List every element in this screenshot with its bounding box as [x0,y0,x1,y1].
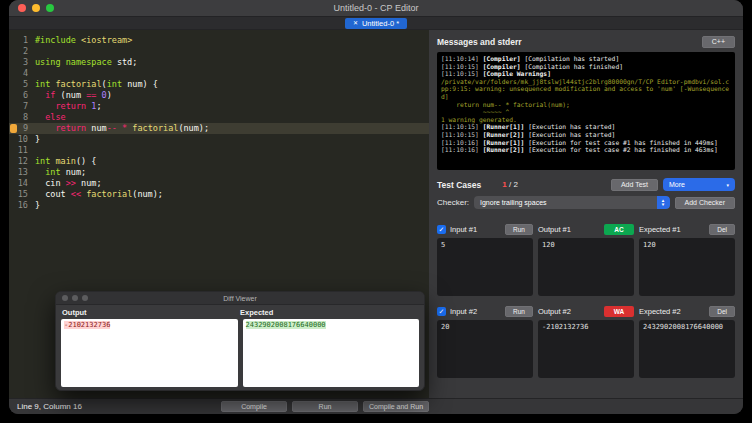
compile-and-run-button[interactable]: Compile and Run [363,401,429,412]
zoom-window-button[interactable] [46,4,54,12]
line-number: 6 [9,90,35,101]
input-2-textarea[interactable]: 20 [437,320,533,378]
testcase-2-checkbox[interactable]: ✓ [437,307,446,316]
code-line-11[interactable]: 11 [9,145,429,156]
code-line-14[interactable]: 14 cin >> num; [9,178,429,189]
diff-close-button[interactable] [62,295,68,301]
status-buttons: Compile Run Compile and Run [221,401,429,412]
add-test-button[interactable]: Add Test [611,179,658,191]
minimize-window-button[interactable] [32,4,40,12]
delete-testcase-1-button[interactable]: Del [709,224,735,235]
diff-viewer-window[interactable]: Diff Viewer Output Expected -2102132736 … [55,291,425,391]
diff-labels: Output Expected [56,305,424,319]
code-line-8[interactable]: 8 else [9,112,429,123]
total-count: 2 [513,180,517,189]
code-line-2[interactable]: 2 [9,46,429,57]
expected-1-label: Expected #1 [639,225,681,234]
input-1-label: Input #1 [450,225,477,234]
log-line: [11:10:14] [Compiler] [Compilation has s… [441,55,731,63]
code-line-10[interactable]: 10} [9,134,429,145]
code-text: using namespace std; [35,57,137,68]
code-text: cin >> num; [35,178,102,189]
status-bar: Line 9, Column 16 Compile Run Compile an… [9,398,743,414]
tab-label: Untitled-0 * [362,19,399,28]
expected-1-textarea[interactable]: 120 [639,238,735,296]
compile-button[interactable]: Compile [221,401,287,412]
run-button[interactable]: Run [292,401,358,412]
code-line-5[interactable]: 5int factorial(int num) { [9,79,429,90]
code-text: return num-- * factorial(num); [35,123,209,134]
more-label: More [669,181,685,188]
code-line-7[interactable]: 7 return 1; [9,101,429,112]
diff-viewer-titlebar[interactable]: Diff Viewer [56,292,424,305]
checker-label: Checker: [437,198,469,207]
line-number: 12 [9,156,35,167]
messages-header: Messages and stderr C++ [437,36,735,48]
line-number: 10 [9,134,35,145]
code-line-3[interactable]: 3using namespace std; [9,57,429,68]
diff-expected-value: 2432902008176640000 [246,321,326,329]
input-1-textarea[interactable]: 5 [437,238,533,296]
window-title: Untitled-0 - CP Editor [9,3,743,13]
tab-untitled-0[interactable]: ✕ Untitled-0 * [345,18,407,29]
test-cases-toolbar: Test Cases 1 / 2 Add Test More ▾ [437,178,735,191]
code-line-9[interactable]: 9 return num-- * factorial(num); [9,123,429,134]
code-text: } [35,200,40,211]
code-line-13[interactable]: 13 int num; [9,167,429,178]
right-panel: Messages and stderr C++ [11:10:14] [Comp… [429,30,743,398]
log-line: [11:10:15] [Runner[1]] [Execution has st… [441,123,731,131]
testcase-1-checkbox[interactable]: ✓ [437,225,446,234]
code-text: } [35,134,40,145]
chevron-down-icon: ▾ [726,182,729,188]
testcase-2-boxes: 20 -2102132736 2432902008176640000 [437,320,735,378]
output-1-textarea[interactable]: 120 [538,238,634,296]
diff-traffic-lights [62,295,88,301]
code-line-4[interactable]: 4 [9,68,429,79]
code-line-1[interactable]: 1#include <iostream> [9,35,429,46]
diff-output-value: -2102132736 [64,321,110,329]
line-number: 14 [9,178,35,189]
code-line-6[interactable]: 6 if (num == 0) [9,90,429,101]
messages-console[interactable]: [11:10:14] [Compiler] [Compilation has s… [437,52,735,170]
code-line-12[interactable]: 12int main() { [9,156,429,167]
more-button[interactable]: More ▾ [663,178,735,191]
run-testcase-1-button[interactable]: Run [505,224,533,235]
testcase-1-header: ✓ Input #1 Run Output #1 AC Expected #1 … [437,224,735,235]
output-1-label: Output #1 [538,225,571,234]
diff-minimize-button[interactable] [72,295,78,301]
verdict-2-badge: WA [604,306,634,317]
line-number: 13 [9,167,35,178]
checker-selected-value: Ignore trailing spaces [480,199,547,206]
code-line-15[interactable]: 15 cout << factorial(num); [9,189,429,200]
test-cases-title: Test Cases [437,180,481,190]
log-line: /private/var/folders/mk_jj8tslwjl44stjc2… [441,78,731,101]
code-line-16[interactable]: 16} [9,200,429,211]
titlebar[interactable]: Untitled-0 - CP Editor [9,0,743,17]
run-testcase-2-button[interactable]: Run [505,306,533,317]
diff-output-pane[interactable]: -2102132736 [61,319,238,387]
language-button[interactable]: C++ [702,36,735,48]
current-line-marker-icon [10,124,17,133]
traffic-lights [18,4,54,12]
code-text: if (num == 0) [35,90,112,101]
close-window-button[interactable] [18,4,26,12]
line-number: 3 [9,57,35,68]
checker-select[interactable]: Ignore trailing spaces ▲▼ [474,196,670,209]
diff-expected-pane[interactable]: 2432902008176640000 [243,319,420,387]
line-number: 4 [9,68,35,79]
line-number: 1 [9,35,35,46]
add-checker-button[interactable]: Add Checker [675,197,735,209]
output-2-textarea[interactable]: -2102132736 [538,320,634,378]
expected-2-textarea[interactable]: 2432902008176640000 [639,320,735,378]
code-text: #include <iostream> [35,35,132,46]
log-line: [11:10:15] [Compiler] [Compilation has f… [441,63,731,71]
input-2-label: Input #2 [450,307,477,316]
diff-zoom-button[interactable] [82,295,88,301]
messages-title: Messages and stderr [437,37,522,47]
line-number: 11 [9,145,35,156]
output-2-label: Output #2 [538,307,571,316]
tab-close-icon[interactable]: ✕ [353,18,358,29]
delete-testcase-2-button[interactable]: Del [709,306,735,317]
verdict-count: 1 / 2 [502,180,518,189]
log-line: 1 warning generated. [441,116,731,124]
